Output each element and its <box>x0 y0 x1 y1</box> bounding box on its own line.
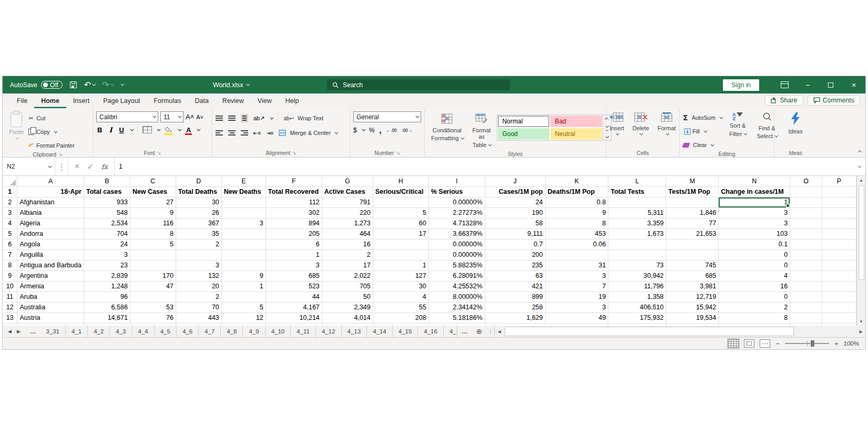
cell-A3[interactable]: Albania <box>17 207 84 218</box>
cell-E7[interactable] <box>221 249 265 260</box>
cell-G2[interactable]: 791 <box>322 197 373 207</box>
sheet-tab-4_3[interactable]: 4_3 <box>110 326 132 337</box>
bold-button[interactable]: B <box>96 126 103 134</box>
cell-O3[interactable] <box>790 207 822 218</box>
cell-A11[interactable]: Aruba <box>17 291 84 302</box>
cell-A5[interactable]: Andorra <box>17 228 84 239</box>
tab-formulas[interactable]: Formulas <box>147 93 188 108</box>
cell-C1[interactable]: New Cases <box>130 186 176 197</box>
sort-filter-button[interactable]: AZ Sort & Filter <box>726 110 749 139</box>
accounting-format-button[interactable]: $ <box>353 127 357 134</box>
number-format-select[interactable]: General <box>353 111 421 122</box>
scroll-left-button[interactable]: ◀ <box>495 326 504 337</box>
column-header-P[interactable]: P <box>822 176 856 186</box>
cell-N4[interactable]: 3 <box>719 218 790 228</box>
sheet-tab-4_7[interactable]: 4_7 <box>199 326 221 337</box>
cell-I9[interactable]: 6.28091% <box>428 270 485 281</box>
cell-D11[interactable]: 2 <box>176 291 221 302</box>
cell-D2[interactable]: 30 <box>176 197 221 207</box>
cell-L1[interactable]: Total Tests <box>608 186 666 197</box>
cell-B2[interactable]: 933 <box>84 197 130 207</box>
cell-D5[interactable]: 35 <box>176 228 221 239</box>
cell-O12[interactable] <box>790 302 822 312</box>
cell-B6[interactable]: 24 <box>84 239 130 249</box>
cell-D14[interactable] <box>176 323 221 326</box>
sheet-overflow-left[interactable]: … <box>26 326 40 337</box>
select-all-corner[interactable] <box>3 176 17 186</box>
row-header-8[interactable]: 8 <box>3 260 17 270</box>
cell-C5[interactable]: 8 <box>130 228 176 239</box>
cell-E6[interactable] <box>221 239 265 249</box>
cell-M12[interactable]: 15,942 <box>666 302 719 312</box>
horizontal-scroll-thumb[interactable] <box>505 327 794 336</box>
sheet-tab-4_8[interactable]: 4_8 <box>221 326 243 337</box>
style-good[interactable]: Good <box>497 128 550 140</box>
font-size-select[interactable]: 11 <box>160 111 183 122</box>
cell-E3[interactable] <box>221 207 265 218</box>
cell-E13[interactable]: 12 <box>221 312 265 323</box>
cell-F13[interactable]: 10,214 <box>265 312 322 323</box>
cell-H11[interactable]: 4 <box>373 291 428 302</box>
cell-C8[interactable] <box>130 260 176 270</box>
cell-J6[interactable]: 0.7 <box>485 239 545 249</box>
cell-E8[interactable] <box>221 260 265 270</box>
chevron-down-icon[interactable] <box>130 127 134 131</box>
cell-I7[interactable]: 0.00000% <box>428 249 485 260</box>
cell-B11[interactable]: 96 <box>84 291 130 302</box>
cell-G13[interactable]: 4,014 <box>322 312 373 323</box>
cell-O4[interactable] <box>790 218 822 228</box>
cell-B8[interactable]: 23 <box>84 260 130 270</box>
cell-I8[interactable]: 5.88235% <box>428 260 485 270</box>
percent-style-button[interactable]: % <box>369 127 375 134</box>
cell-K13[interactable]: 49 <box>545 312 608 323</box>
cell-J8[interactable]: 235 <box>485 260 545 270</box>
alignment-dialog-launcher[interactable]: ↘ <box>292 150 297 155</box>
cell-P6[interactable] <box>822 239 856 249</box>
cell-B7[interactable]: 3 <box>84 249 130 260</box>
document-title[interactable]: World.xlsx <box>213 76 249 93</box>
cell-J10[interactable]: 421 <box>485 281 545 291</box>
cell-J4[interactable]: 58 <box>485 218 545 228</box>
autosum-button[interactable]: Σ AutoSum <box>683 112 722 123</box>
zoom-slider-thumb[interactable] <box>811 340 814 347</box>
cell-L9[interactable]: 30,942 <box>608 270 666 281</box>
cell-F9[interactable]: 685 <box>265 270 322 281</box>
cell-L7[interactable] <box>608 249 666 260</box>
autosave-pill[interactable]: Off <box>41 81 63 89</box>
cell-P11[interactable] <box>822 291 856 302</box>
cell-M5[interactable]: 21,653 <box>666 228 719 239</box>
cell-A8[interactable]: Antigua and Barbuda <box>17 260 84 270</box>
cell-N10[interactable]: 16 <box>719 281 790 291</box>
cell-K10[interactable]: 7 <box>545 281 608 291</box>
row-header-7[interactable]: 7 <box>3 249 17 260</box>
cell-L3[interactable]: 5,311 <box>608 207 666 218</box>
zoom-slider[interactable] <box>785 343 829 344</box>
cell-O7[interactable] <box>790 249 822 260</box>
wrap-text-button[interactable]: ab↩ Wrap Text <box>283 112 323 124</box>
cell-C13[interactable]: 76 <box>130 312 176 323</box>
cell-N2[interactable]: 1 <box>719 197 790 207</box>
cell-H13[interactable]: 208 <box>373 312 428 323</box>
cell-P2[interactable] <box>822 197 856 207</box>
chevron-down-icon[interactable] <box>157 127 160 131</box>
cell-I1[interactable]: % Serious <box>428 186 485 197</box>
cell-N7[interactable]: 0 <box>719 249 790 260</box>
cell-F1[interactable]: Total Recovered <box>265 186 322 197</box>
cell-M8[interactable]: 745 <box>666 260 719 270</box>
cell-D6[interactable]: 2 <box>176 239 221 249</box>
align-left-button[interactable] <box>216 130 223 135</box>
cell-J7[interactable]: 200 <box>485 249 545 260</box>
cell-K11[interactable]: 19 <box>545 291 608 302</box>
comma-style-button[interactable]: , <box>379 126 381 134</box>
cell-G11[interactable]: 50 <box>322 291 373 302</box>
chevron-down-icon[interactable] <box>178 127 181 131</box>
cut-button[interactable]: ✂Cut <box>27 112 75 124</box>
sheet-tab-4_14[interactable]: 4_14 <box>367 326 393 337</box>
cell-E2[interactable] <box>221 197 265 207</box>
cell-J5[interactable]: 9,111 <box>485 228 545 239</box>
comments-button[interactable]: Comments <box>808 95 860 106</box>
cell-M11[interactable]: 12,719 <box>666 291 719 302</box>
cell-H2[interactable] <box>373 197 428 207</box>
row-header-12[interactable]: 12 <box>3 302 17 312</box>
cell-B4[interactable]: 2,534 <box>84 218 130 228</box>
